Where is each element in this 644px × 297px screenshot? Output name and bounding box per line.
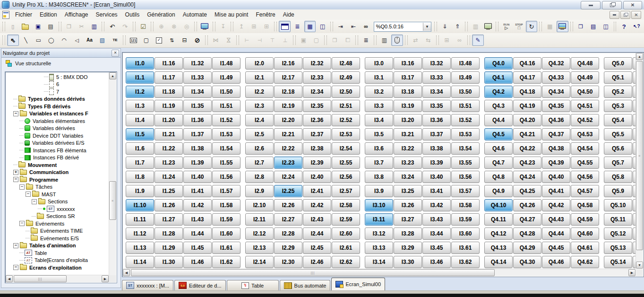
io-bit-button[interactable]: I2.55	[332, 157, 360, 169]
io-bit-button[interactable]: I2.2	[245, 86, 274, 98]
io-bit-button[interactable]: I1.57	[212, 185, 240, 197]
io-bit-button[interactable]: I2.59	[332, 213, 360, 226]
io-bit-button[interactable]: I2.44	[303, 227, 331, 240]
io-bit-button[interactable]: I3.30	[394, 256, 422, 268]
io-bit-button[interactable]: Q4.45	[542, 242, 570, 254]
io-bit-button[interactable]: I1.45	[183, 242, 212, 254]
find-button[interactable]: ∞	[360, 21, 372, 32]
tree-item-mast[interactable]: −MAST	[6, 191, 109, 198]
io-bit-button[interactable]: I3.43	[422, 213, 451, 226]
io-bit-button[interactable]: I2.24	[274, 171, 302, 183]
io-bit-button[interactable]: Q4.23	[513, 157, 541, 169]
io-bit-button[interactable]: Q4.24	[513, 171, 541, 183]
io-bit-button[interactable]: I1.21	[155, 128, 183, 140]
io-bit-button[interactable]: Q4.16	[513, 57, 541, 70]
sim-screen-button[interactable]	[199, 21, 211, 32]
io-bit-button[interactable]: I3.16	[394, 57, 422, 70]
io-bit-button[interactable]: I2.41	[303, 185, 331, 197]
io-bit-button[interactable]: Q4.37	[542, 128, 570, 140]
io-bit-button[interactable]: I2.50	[332, 86, 360, 98]
io-bit-button[interactable]: I2.46	[303, 256, 331, 268]
structural-view-row[interactable]: Vue structurelle	[1, 58, 120, 69]
io-bit-button[interactable]: I1.19	[155, 100, 183, 112]
io-bit-button[interactable]: I3.51	[451, 100, 480, 112]
io-bit-button[interactable]: I3.11	[365, 213, 393, 226]
tree-horizontal-scrollbar[interactable]: ◀ ||| ▶	[6, 275, 109, 282]
refresh-button[interactable]: ↻	[526, 21, 538, 32]
io-bit-button[interactable]: I3.46	[422, 256, 451, 268]
io-bit-button[interactable]: I2.32	[303, 57, 331, 70]
io-bit-button[interactable]: I1.62	[212, 256, 240, 268]
tree-item-mouvement[interactable]: Mouvement	[6, 161, 109, 169]
io-bit-button[interactable]: I1.36	[183, 114, 212, 126]
io-bit-button[interactable]: Q4.21	[513, 128, 541, 140]
tree-scroll-left-button[interactable]: ◀	[6, 275, 13, 282]
io-bit-button[interactable]: I3.13	[365, 242, 393, 254]
select-button[interactable]: ⇖	[7, 35, 19, 46]
spin-button-button[interactable]: ⇅	[166, 35, 178, 46]
io-bit-button[interactable]: Q4.12	[484, 227, 513, 240]
io-bit-button[interactable]: I1.43	[183, 213, 212, 226]
io-bit-button[interactable]: I3.41	[422, 185, 451, 197]
tree-item-6[interactable]: 6	[6, 81, 109, 88]
io-bit-button[interactable]: I3.17	[394, 71, 422, 84]
io-bit-button[interactable]: I3.0	[365, 57, 393, 70]
io-bit-button[interactable]: I2.57	[332, 185, 360, 197]
io-bit-button[interactable]: Q4.2	[484, 86, 513, 98]
io-bit-button[interactable]: I1.11	[126, 213, 154, 226]
io-bit-button[interactable]: I3.1	[365, 71, 393, 84]
io-bit-button[interactable]: Q4.49	[571, 71, 599, 84]
io-bit-button[interactable]: Q4.17	[513, 71, 541, 84]
edit-mode-button[interactable]: ✎	[472, 35, 484, 46]
tree-item-sections-sr[interactable]: Sections SR	[6, 213, 109, 220]
editor-scroll-up-button[interactable]: ▲	[636, 53, 643, 60]
io-bit-button[interactable]: Q4.61	[571, 242, 599, 254]
restore-button[interactable]	[602, 1, 622, 9]
properties-button[interactable]: ≣	[360, 35, 372, 46]
io-bit-button[interactable]: I2.34	[303, 86, 331, 98]
io-bit-button[interactable]: Q4.38	[542, 142, 570, 155]
tree-item-variables-et-instances-f[interactable]: −Variables et instances F	[6, 110, 109, 118]
sim-monitor-button[interactable]	[557, 21, 568, 32]
io-bit-button[interactable]: I2.51	[332, 100, 360, 112]
io-bit-button[interactable]: Q4.51	[571, 100, 599, 112]
io-bit-button[interactable]: I2.37	[303, 128, 331, 140]
io-bit-button[interactable]: I2.48	[332, 57, 360, 70]
io-bit-button[interactable]: Q5.4	[604, 114, 632, 126]
io-bit-button[interactable]: I1.3	[126, 100, 154, 112]
io-bit-button[interactable]: I1.51	[212, 100, 240, 112]
tab-bus-automate[interactable]: Bus automate	[280, 280, 331, 290]
io-bit-button[interactable]: Q4.30	[513, 256, 541, 268]
io-bit-button[interactable]: I1.48	[212, 57, 240, 70]
tree-expander-minus-icon[interactable]: −	[26, 192, 31, 197]
tree-expander-minus-icon[interactable]: −	[19, 221, 25, 226]
io-bit-button[interactable]: Q4.57	[571, 185, 599, 197]
io-bit-button[interactable]: Q5.9	[604, 185, 632, 197]
io-bit-button[interactable]: I1.2	[126, 86, 154, 98]
editor-scroll-down-button[interactable]: ▼	[636, 262, 643, 269]
io-bit-button[interactable]: I3.55	[451, 157, 480, 169]
io-bit-button[interactable]: I3.34	[422, 86, 451, 98]
io-bit-button[interactable]: I3.8	[365, 171, 393, 183]
io-bit-button[interactable]: I3.26	[394, 199, 422, 211]
io-bit-button[interactable]: I3.52	[451, 114, 480, 126]
io-bit-button[interactable]: Q5.14	[604, 256, 632, 268]
io-bit-button[interactable]: I2.3	[245, 100, 274, 112]
context-help-button[interactable]: ↖?	[631, 21, 643, 32]
io-bit-button[interactable]: Q4.14	[484, 256, 513, 268]
io-bit-button[interactable]: I2.62	[332, 256, 360, 268]
io-bit-button[interactable]: I3.12	[365, 227, 393, 240]
io-bit-button[interactable]: I1.12	[126, 227, 154, 240]
io-bit-button[interactable]: I3.21	[394, 128, 422, 140]
io-bit-button[interactable]: I1.24	[155, 171, 183, 183]
goto-var-button[interactable]: ⇤	[347, 21, 359, 32]
validate-button[interactable]: ☑	[137, 21, 149, 32]
io-bit-button[interactable]: I2.18	[274, 86, 302, 98]
io-bit-button[interactable]: I3.36	[422, 114, 451, 126]
menu-affichage[interactable]: Affichage	[61, 10, 92, 19]
io-bit-button[interactable]: I3.38	[422, 142, 451, 155]
text-button[interactable]: Aa	[84, 35, 95, 46]
io-bit-button[interactable]: I3.45	[422, 242, 451, 254]
tab-ecran-simul00[interactable]: Ecran_Simul00	[331, 278, 385, 290]
io-bit-button[interactable]: I3.58	[451, 199, 480, 211]
